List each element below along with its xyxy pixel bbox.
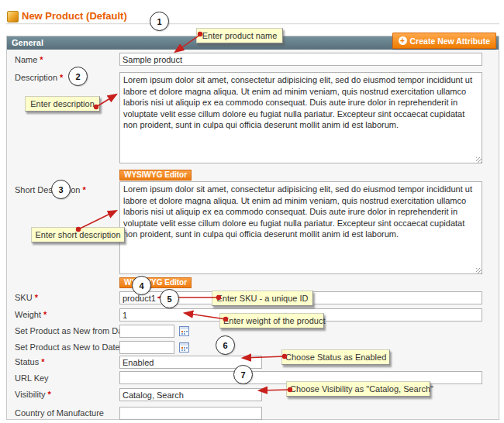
required-marker: * [48,390,51,399]
create-new-attribute-button[interactable]: + Create New Attribute [392,33,496,49]
country-select[interactable] [119,407,262,420]
product-icon [7,11,19,22]
step-circle-3: 3 [51,180,71,199]
callout-weight: Enter weight of the product [219,313,324,328]
step-circle-2: 2 [68,67,88,86]
short-description-textarea[interactable] [119,181,482,274]
plus-circle-icon: + [399,36,407,45]
required-marker: * [43,310,47,319]
required-marker: * [35,293,38,302]
required-marker: * [82,185,85,194]
section-title: General [12,38,43,47]
visibility-select[interactable] [119,388,262,401]
country-label: Country of Manufacture [15,408,104,418]
short-description-wysiwyg-button[interactable]: WYSIWYG Editor [119,277,192,288]
callout-short-description: Enter short description [31,227,125,242]
calendar-icon[interactable] [179,342,189,356]
callout-status: Choose Status as Enabled [281,349,390,365]
new-to-date-input[interactable] [119,341,174,354]
callout-visibility: Choose Visibility as "Catalog, Search" [286,381,430,397]
required-marker: * [40,55,43,64]
url-key-label: URL Key [15,373,49,383]
new-from-date-input[interactable] [119,325,174,338]
step-circle-7: 7 [233,365,253,384]
required-marker: * [41,357,44,366]
required-marker: * [60,73,63,82]
step-circle-5: 5 [160,289,179,308]
callout-description: Enter description [25,96,100,112]
textarea-resize-handle[interactable] [476,268,482,273]
new-to-date-label: Set Product as New to Date [15,342,120,352]
description-textarea[interactable] [119,72,482,163]
calendar-icon[interactable] [179,325,189,339]
short-description-label: Short Description* [15,185,86,194]
step-circle-4: 4 [132,276,151,295]
callout-product-name: Enter product name [196,28,283,43]
description-label: Description* [15,73,63,82]
visibility-label: Visibility* [15,390,51,399]
textarea-resize-handle[interactable] [476,157,482,163]
sku-label: SKU* [15,293,38,302]
status-label: Status* [15,357,44,366]
create-new-attribute-label: Create New Attribute [410,36,490,46]
name-input[interactable] [119,53,482,66]
new-from-date-label: Set Product as New from Date [15,326,130,335]
weight-label: Weight* [15,310,47,319]
name-label: Name* [15,55,43,64]
callout-sku: Enter SKU - a unique ID [212,291,313,306]
step-circle-6: 6 [216,335,235,355]
description-wysiwyg-button[interactable]: WYSIWYG Editor [119,170,192,181]
step-circle-1: 1 [150,12,169,31]
page-title: New Product (Default) [22,10,127,22]
title-divider [6,23,499,25]
new-product-page: { "page": { "title": "New Product (Defau… [0,0,504,423]
